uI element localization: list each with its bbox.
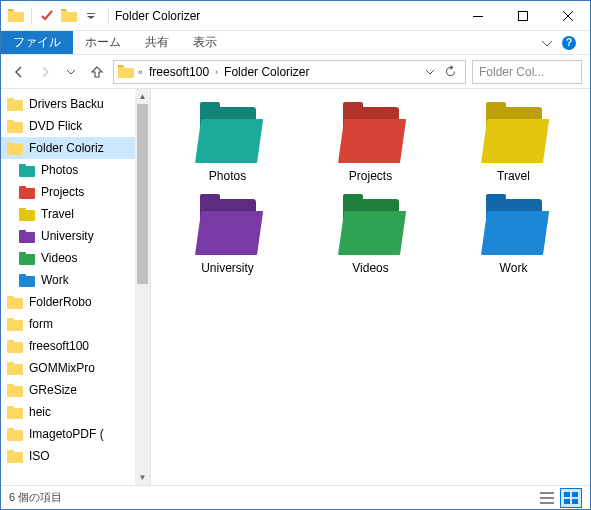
breadcrumb-segment[interactable]: freesoft100: [147, 65, 211, 79]
tab-home[interactable]: ホーム: [73, 31, 133, 54]
folder-icon: [338, 107, 404, 163]
help-icon[interactable]: ?: [562, 36, 576, 50]
tree-item[interactable]: Work: [1, 269, 150, 291]
folder-small-icon[interactable]: [60, 7, 78, 25]
tree-item[interactable]: Projects: [1, 181, 150, 203]
folder-icon: [19, 252, 35, 265]
folder-icon: [195, 107, 261, 163]
svg-rect-0: [87, 13, 95, 14]
tree-item-label: ImagetoPDF (: [29, 427, 104, 441]
nav-recent-dropdown[interactable]: [61, 60, 81, 84]
tree-item-label: Folder Coloriz: [29, 141, 104, 155]
folder-item[interactable]: Work: [447, 199, 580, 275]
tree-pane[interactable]: Drivers BackuDVD FlickFolder ColorizPhot…: [1, 89, 151, 485]
minimize-button[interactable]: [455, 1, 500, 30]
tree-item-label: freesoft100: [29, 339, 89, 353]
folder-icon: [195, 199, 261, 255]
chevron-right-icon[interactable]: ›: [213, 67, 220, 77]
address-bar[interactable]: « freesoft100 › Folder Colorizer: [113, 60, 466, 84]
window-controls: [455, 1, 590, 30]
scrollbar[interactable]: ▲ ▼: [135, 89, 150, 485]
tree-item[interactable]: FolderRobo: [1, 291, 150, 313]
chevron-left-icon[interactable]: «: [136, 67, 145, 77]
tree-item[interactable]: freesoft100: [1, 335, 150, 357]
refresh-button[interactable]: [440, 65, 461, 78]
item-count: 6 個の項目: [9, 490, 62, 505]
tree-item-label: Photos: [41, 163, 78, 177]
scroll-down-button[interactable]: ▼: [135, 470, 150, 485]
tree-item-label: Work: [41, 273, 69, 287]
tree-item-label: FolderRobo: [29, 295, 92, 309]
folder-item[interactable]: University: [161, 199, 294, 275]
tab-share[interactable]: 共有: [133, 31, 181, 54]
tree-item-label: Drivers Backu: [29, 97, 104, 111]
folder-icon: [7, 296, 23, 309]
scroll-thumb[interactable]: [137, 104, 148, 284]
folder-item[interactable]: Projects: [304, 107, 437, 183]
folder-item[interactable]: Travel: [447, 107, 580, 183]
folder-icon: [338, 199, 404, 255]
nav-forward-button[interactable]: [35, 60, 55, 84]
folder-icon: [7, 450, 23, 463]
folder-icon: [7, 340, 23, 353]
tree-item-label: DVD Flick: [29, 119, 82, 133]
folder-icon: [19, 164, 35, 177]
svg-rect-3: [540, 492, 554, 494]
breadcrumb-segment[interactable]: Folder Colorizer: [222, 65, 311, 79]
folder-icon: [19, 208, 35, 221]
tab-view[interactable]: 表示: [181, 31, 229, 54]
checkmark-icon[interactable]: [38, 7, 56, 25]
qat-dropdown-icon[interactable]: [82, 7, 100, 25]
ribbon-expand-icon[interactable]: [542, 38, 552, 48]
folder-item[interactable]: Videos: [304, 199, 437, 275]
ribbon-tabs: ファイル ホーム 共有 表示 ?: [1, 31, 590, 55]
tree-item[interactable]: heic: [1, 401, 150, 423]
folder-icon: [7, 318, 23, 331]
svg-rect-4: [540, 497, 554, 499]
folder-icon: [7, 98, 23, 111]
search-input[interactable]: Folder Col...: [472, 60, 582, 84]
tree-item-label: form: [29, 317, 53, 331]
svg-rect-9: [572, 499, 578, 504]
nav-back-button[interactable]: [9, 60, 29, 84]
folder-label: Work: [500, 261, 528, 275]
tree-item-label: heic: [29, 405, 51, 419]
folder-icon: [19, 186, 35, 199]
tree-item-label: GReSize: [29, 383, 77, 397]
svg-rect-6: [564, 492, 570, 497]
tree-item[interactable]: Folder Coloriz: [1, 137, 150, 159]
folder-icon: [7, 142, 23, 155]
tree-item[interactable]: DVD Flick: [1, 115, 150, 137]
folder-label: Videos: [352, 261, 388, 275]
tree-item[interactable]: GOMMixPro: [1, 357, 150, 379]
window-title: Folder Colorizer: [111, 9, 455, 23]
tree-item[interactable]: Drivers Backu: [1, 93, 150, 115]
tree-item-label: GOMMixPro: [29, 361, 95, 375]
tree-item[interactable]: Videos: [1, 247, 150, 269]
folder-icon: [7, 406, 23, 419]
status-bar: 6 個の項目: [1, 485, 590, 509]
view-details-button[interactable]: [536, 488, 558, 508]
tree-item[interactable]: University: [1, 225, 150, 247]
tree-item[interactable]: ISO: [1, 445, 150, 467]
main-pane[interactable]: PhotosProjectsTravelUniversityVideosWork: [151, 89, 590, 485]
tab-file[interactable]: ファイル: [1, 31, 73, 54]
folder-icon: [7, 362, 23, 375]
tree-item[interactable]: GReSize: [1, 379, 150, 401]
close-button[interactable]: [545, 1, 590, 30]
svg-rect-1: [473, 16, 483, 17]
address-dropdown-icon[interactable]: [422, 68, 438, 76]
scroll-up-button[interactable]: ▲: [135, 89, 150, 104]
svg-rect-8: [564, 499, 570, 504]
tree-item[interactable]: Photos: [1, 159, 150, 181]
nav-up-button[interactable]: [87, 60, 107, 84]
maximize-button[interactable]: [500, 1, 545, 30]
folder-icon: [19, 230, 35, 243]
tree-item[interactable]: form: [1, 313, 150, 335]
svg-rect-7: [572, 492, 578, 497]
view-icons-button[interactable]: [560, 488, 582, 508]
folder-item[interactable]: Photos: [161, 107, 294, 183]
folder-icon: [481, 107, 547, 163]
tree-item[interactable]: ImagetoPDF (: [1, 423, 150, 445]
tree-item[interactable]: Travel: [1, 203, 150, 225]
